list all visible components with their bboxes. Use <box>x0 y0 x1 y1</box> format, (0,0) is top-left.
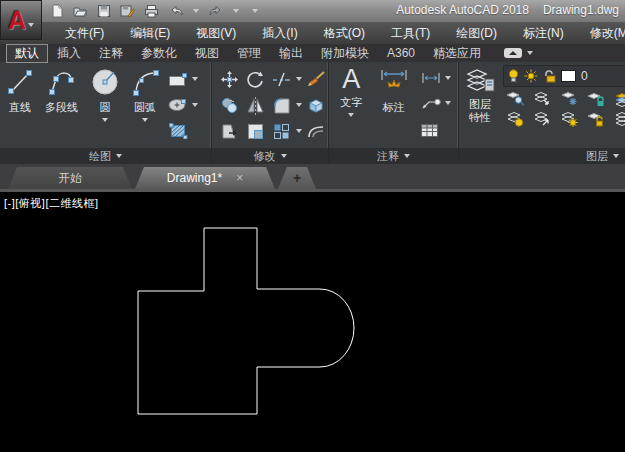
rectangle-button[interactable] <box>167 72 211 87</box>
layer-state-button[interactable] <box>613 110 625 127</box>
explode-icon <box>306 96 326 114</box>
drawing-canvas[interactable]: [-][俯视][二维线框] <box>0 192 625 452</box>
application-menu-button[interactable]: A <box>0 0 42 40</box>
save-as-icon[interactable] <box>120 4 135 18</box>
scale-icon <box>246 122 265 141</box>
start-tab[interactable]: 开始 <box>8 167 132 189</box>
menu-item-dimension[interactable]: 标注(N) <box>510 25 577 42</box>
circle-icon <box>90 66 120 98</box>
layer-off-button[interactable] <box>505 110 525 127</box>
redo-dropdown-icon[interactable] <box>233 9 239 13</box>
annotate-panel-footer[interactable]: 注释 <box>329 148 458 164</box>
ellipse-button[interactable] <box>167 98 211 112</box>
trim-button[interactable] <box>272 70 291 89</box>
menu-item-tools[interactable]: 工具(T) <box>378 25 443 42</box>
drawing1-tab[interactable]: Drawing1* × <box>135 167 275 189</box>
menu-item-insert[interactable]: 插入(I) <box>249 25 310 42</box>
tab-output[interactable]: 输出 <box>270 44 312 63</box>
tab-featured-apps[interactable]: 精选应用 <box>424 44 490 63</box>
copy-button[interactable] <box>220 96 239 115</box>
tab-addins[interactable]: 附加模块 <box>312 44 378 63</box>
hatch-button[interactable] <box>167 123 211 139</box>
offset-icon <box>306 122 326 140</box>
annotate-panel-label: 注释 <box>377 149 399 164</box>
redo-icon[interactable] <box>208 4 224 18</box>
arc-dropdown-icon[interactable] <box>142 118 148 122</box>
layer-properties-button[interactable]: 图层 特性 <box>459 62 501 148</box>
menu-item-file[interactable]: 文件(F) <box>52 25 117 42</box>
array-dropdown-icon[interactable] <box>296 129 302 133</box>
layer-match-button[interactable] <box>613 90 625 107</box>
stretch-button[interactable] <box>220 122 239 141</box>
array-button[interactable] <box>272 122 291 141</box>
offset-button[interactable] <box>306 122 326 140</box>
tab-home[interactable]: 默认 <box>6 44 48 63</box>
open-icon[interactable] <box>73 4 88 18</box>
drawing1-tab-label: Drawing1* <box>167 171 222 185</box>
fillet-button[interactable] <box>272 96 291 115</box>
draw-panel-footer[interactable]: 绘图 <box>0 148 211 164</box>
tab-parametric[interactable]: 参数化 <box>132 44 186 63</box>
menu-item-format[interactable]: 格式(O) <box>311 25 378 42</box>
match-properties-button[interactable] <box>306 70 326 88</box>
undo-dropdown-icon[interactable] <box>193 9 199 13</box>
file-tab-bar: 开始 Drawing1* × + <box>0 164 625 192</box>
modify-panel-label: 修改 <box>254 149 276 164</box>
rectangle-dropdown-icon[interactable] <box>192 77 198 81</box>
layer-freeze-button[interactable] <box>559 90 579 107</box>
polyline-shape[interactable] <box>138 228 354 414</box>
table-button[interactable] <box>420 123 458 138</box>
leader-dropdown-icon[interactable] <box>445 101 451 105</box>
text-dropdown-icon[interactable] <box>348 113 354 117</box>
menu-item-modify[interactable]: 修改(M) <box>577 25 625 42</box>
ribbon-collapse-button[interactable] <box>504 48 533 58</box>
ribbon-collapse-dropdown-icon <box>527 51 533 55</box>
new-file-icon[interactable] <box>50 4 64 18</box>
modify-panel-footer[interactable]: 修改 <box>212 148 328 164</box>
rotate-button[interactable] <box>246 70 265 89</box>
layer-select-dropdown[interactable]: 0 <box>503 65 625 87</box>
tab-view[interactable]: 视图 <box>186 44 228 63</box>
new-drawing-tab-button[interactable]: + <box>278 167 316 189</box>
mirror-button[interactable] <box>246 96 265 115</box>
arc-button[interactable]: 圆弧 <box>127 62 164 148</box>
arc-label: 圆弧 <box>134 100 156 115</box>
undo-icon[interactable] <box>168 4 184 18</box>
layer-lock-button[interactable] <box>586 90 606 107</box>
trim-dropdown-icon[interactable] <box>296 77 302 81</box>
dimension-button[interactable]: 标注 <box>374 62 414 148</box>
menu-item-edit[interactable]: 编辑(E) <box>117 25 183 42</box>
tab-manage[interactable]: 管理 <box>228 44 270 63</box>
menu-item-view[interactable]: 视图(V) <box>183 25 249 42</box>
layer-thaw-all-button[interactable] <box>559 110 579 127</box>
scale-button[interactable] <box>246 122 265 141</box>
polyline-button[interactable]: 多段线 <box>40 62 84 148</box>
current-layer-name: 0 <box>581 69 588 83</box>
leader-button[interactable] <box>420 97 458 110</box>
menu-item-draw[interactable]: 绘图(D) <box>443 25 510 42</box>
tab-a360[interactable]: A360 <box>378 45 424 61</box>
text-button[interactable]: A 文字 <box>335 62 368 148</box>
rotate-icon <box>246 70 265 89</box>
linear-dimension-button[interactable] <box>420 72 458 84</box>
layer-make-current-button[interactable] <box>532 90 552 107</box>
explode-button[interactable] <box>306 96 326 114</box>
tab-annotate[interactable]: 注释 <box>90 44 132 63</box>
save-icon[interactable] <box>97 4 111 18</box>
move-button[interactable] <box>220 70 239 89</box>
tab-insert[interactable]: 插入 <box>48 44 90 63</box>
circle-dropdown-icon[interactable] <box>102 118 108 122</box>
fillet-dropdown-icon[interactable] <box>296 103 302 107</box>
linear-dimension-dropdown-icon[interactable] <box>445 76 451 80</box>
ellipse-dropdown-icon[interactable] <box>192 103 198 107</box>
layer-isolate-button[interactable] <box>505 90 525 107</box>
qat-customize-icon[interactable] <box>252 9 258 13</box>
plot-icon[interactable] <box>144 4 159 18</box>
layer-unlock-all-button[interactable] <box>586 110 606 127</box>
layer-previous-button[interactable] <box>532 110 552 127</box>
circle-button[interactable]: 圆 <box>87 62 122 148</box>
layer-panel-footer[interactable]: 图层 <box>459 148 625 164</box>
line-button[interactable]: 直线 <box>4 62 36 148</box>
close-tab-icon[interactable]: × <box>236 171 243 185</box>
start-tab-label: 开始 <box>58 170 82 187</box>
